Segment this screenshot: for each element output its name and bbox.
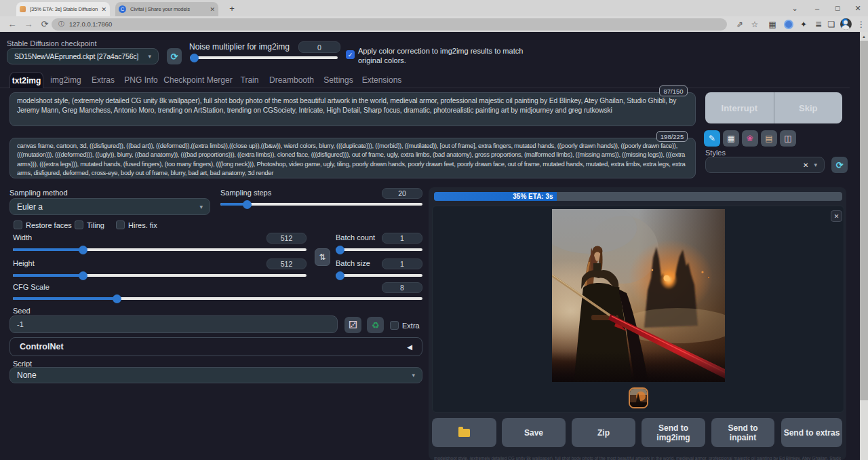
window-close-button[interactable]: ✕	[848, 0, 867, 16]
noise-multiplier-slider[interactable]	[190, 56, 338, 59]
save-style-button[interactable]: ◫	[780, 130, 796, 147]
tab-close-icon[interactable]: ✕	[210, 6, 215, 13]
tab-checkpoint-merger[interactable]: Checkpoint Merger	[163, 75, 232, 85]
extra-seed-checkbox[interactable]	[390, 321, 399, 330]
scrollbar-thumb[interactable]	[860, 41, 868, 400]
send-to-img2img-button[interactable]: Send to img2img	[642, 418, 705, 447]
tab-title: [35% ETA: 3s] Stable Diffusion	[30, 6, 99, 12]
height-slider[interactable]	[13, 274, 307, 277]
tab-dreambooth[interactable]: Dreambooth	[269, 75, 314, 85]
window-maximize-button[interactable]: ▢	[828, 0, 847, 16]
reload-button[interactable]: ⟳	[37, 16, 53, 32]
height-value[interactable]: 512	[267, 258, 307, 269]
skip-button[interactable]: Skip	[774, 92, 843, 123]
restore-faces-label: Restore faces	[26, 221, 72, 229]
apply-style-button[interactable]: ▤	[761, 130, 777, 147]
cast-icon[interactable]: ▦	[765, 16, 780, 32]
slider-thumb[interactable]	[79, 246, 87, 254]
refresh-checkpoint-button[interactable]: ⟳	[167, 48, 182, 64]
sampling-steps-value[interactable]: 20	[382, 188, 422, 199]
slider-thumb[interactable]	[190, 54, 199, 62]
generated-image[interactable]	[552, 209, 725, 382]
batch-count-value[interactable]: 1	[382, 233, 422, 244]
negative-prompt-textarea[interactable]: canvas frame, cartoon, 3d, ((disfigured)…	[9, 138, 696, 178]
address-bar[interactable]: ⓘ 127.0.0.1:7860	[52, 18, 727, 31]
extensions-icon[interactable]: ✦	[796, 16, 811, 32]
zip-button[interactable]: Zip	[572, 418, 635, 447]
script-dropdown[interactable]: None ▾	[9, 367, 422, 383]
checkpoint-dropdown[interactable]: SD15NewVAEpruned.ckpt [27a4ac756c] ▾	[7, 48, 159, 64]
slider-thumb[interactable]	[243, 200, 252, 209]
sampling-method-dropdown[interactable]: Euler a ▾	[9, 198, 210, 215]
interrupt-button[interactable]: Interrupt	[705, 92, 774, 123]
tab-settings[interactable]: Settings	[323, 75, 353, 85]
send-to-extras-button[interactable]: Send to extras	[781, 418, 842, 447]
prompt-textarea[interactable]: modelshoot style, (extremely detailed CG…	[9, 92, 696, 126]
browser-tab-civitai[interactable]: C Civitai | Share your models ✕	[115, 2, 218, 16]
tab-extras[interactable]: Extras	[92, 75, 115, 85]
clear-styles-icon[interactable]: ✕	[803, 161, 808, 169]
noise-multiplier-value[interactable]: 0	[298, 41, 340, 53]
cfg-scale-value[interactable]: 8	[382, 282, 422, 293]
slider-thumb[interactable]	[336, 246, 344, 254]
random-seed-button[interactable]: ⚂	[344, 317, 361, 333]
gallery-thumbnail[interactable]	[629, 387, 648, 408]
color-correction-checkbox[interactable]: ✓	[346, 50, 355, 59]
width-slider[interactable]	[13, 248, 307, 251]
slider-thumb[interactable]	[336, 271, 344, 280]
menu-dots-icon[interactable]: ⋮	[854, 16, 868, 32]
script-value: None	[17, 370, 37, 380]
tiling-checkbox[interactable]	[75, 221, 83, 229]
new-tab-button[interactable]: +	[225, 1, 239, 15]
slider-thumb[interactable]	[79, 271, 87, 280]
civitai-favicon: C	[119, 5, 126, 13]
extra-networks-button[interactable]: ❀	[742, 130, 758, 147]
send-to-inpaint-button[interactable]: Send to inpaint	[711, 418, 774, 447]
width-value[interactable]: 512	[267, 233, 307, 244]
tab-train[interactable]: Train	[241, 75, 259, 85]
styles-dropdown[interactable]: ✕ ▾	[705, 157, 825, 173]
share-icon[interactable]: ⇗	[732, 16, 747, 32]
side-panel-icon[interactable]: ❏	[824, 16, 839, 32]
tab-extensions[interactable]: Extensions	[362, 75, 402, 85]
profile-avatar[interactable]: 👤	[838, 16, 853, 32]
bookmark-star-icon[interactable]: ☆	[747, 16, 762, 32]
sampling-method-label: Sampling method	[9, 189, 68, 197]
batch-size-slider[interactable]	[336, 274, 422, 277]
batch-count-slider[interactable]	[336, 248, 422, 251]
stable-diffusion-webui: Stable Diffusion checkpoint SD15NewVAEpr…	[0, 32, 860, 460]
slider-thumb[interactable]	[113, 294, 121, 303]
tab-txt2img[interactable]: txt2img	[9, 72, 43, 88]
batch-size-value[interactable]: 1	[382, 258, 422, 269]
tab-title: Civitai | Share your models	[130, 6, 208, 12]
back-button[interactable]: ←	[4, 16, 20, 32]
window-minimize-button[interactable]: –	[808, 0, 827, 16]
folder-icon	[458, 429, 470, 437]
swap-dimensions-button[interactable]: ⇅	[315, 248, 330, 266]
clear-prompt-button[interactable]: ▦	[723, 130, 739, 147]
progress-text: 35% ETA: 3s	[513, 193, 553, 200]
gallery-close-button[interactable]: ✕	[831, 210, 842, 222]
chevron-down-icon: ▾	[412, 372, 415, 379]
refresh-styles-button[interactable]: ⟳	[831, 157, 848, 173]
sampling-steps-slider[interactable]	[220, 203, 422, 206]
cfg-scale-slider[interactable]	[13, 297, 422, 300]
hires-fix-checkbox[interactable]	[116, 221, 125, 229]
controlnet-accordion[interactable]: ControlNet ◀	[9, 337, 422, 356]
progress-bar: 35% ETA: 3s	[434, 192, 842, 201]
window-chevron-icon[interactable]: ⌄	[785, 0, 804, 16]
tab-close-icon[interactable]: ✕	[101, 6, 106, 13]
browser-tab-active[interactable]: [35% ETA: 3s] Stable Diffusion ✕	[16, 2, 110, 16]
extension-blue-icon[interactable]	[781, 16, 796, 32]
save-button[interactable]: Save	[502, 418, 566, 447]
restore-faces-checkbox[interactable]	[14, 221, 22, 229]
read-generation-params-button[interactable]: ✎	[704, 130, 720, 147]
scrollbar-up-arrow[interactable]: ▲	[860, 32, 868, 41]
seed-input[interactable]: -1	[9, 315, 338, 333]
open-folder-button[interactable]	[432, 418, 496, 447]
site-info-icon[interactable]: ⓘ	[58, 20, 64, 28]
forward-button[interactable]: →	[20, 16, 37, 32]
reuse-seed-button[interactable]: ♻	[367, 317, 384, 333]
tab-img2img[interactable]: img2img	[50, 75, 81, 85]
tab-png-info[interactable]: PNG Info	[124, 75, 157, 85]
